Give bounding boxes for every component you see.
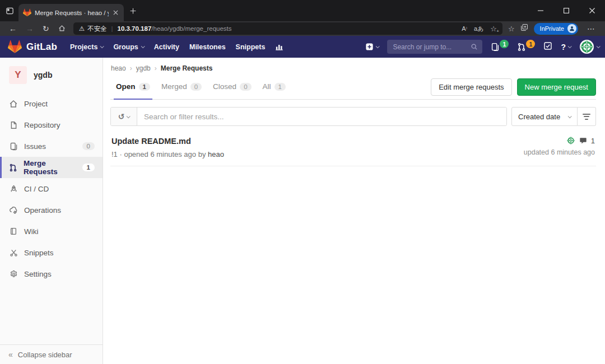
maximize-icon[interactable] bbox=[553, 0, 579, 21]
tab-merged[interactable]: Merged 0 bbox=[156, 74, 207, 99]
translate-icon[interactable]: aあ bbox=[474, 25, 483, 33]
project-context-header[interactable]: Y ygdb bbox=[0, 58, 103, 90]
mr-meta-text: · opened 6 minutes ago by bbox=[119, 150, 206, 158]
comment-count: 1 bbox=[591, 137, 595, 145]
inprivate-badge[interactable]: InPrivate bbox=[534, 23, 578, 35]
sidebar-item-settings[interactable]: Settings bbox=[0, 263, 103, 284]
chevron-down-icon bbox=[127, 114, 131, 118]
assignee-avatar[interactable] bbox=[566, 136, 575, 145]
book-icon bbox=[9, 227, 18, 235]
sidebar-item-wiki[interactable]: Wiki bbox=[0, 221, 103, 242]
inprivate-label: InPrivate bbox=[540, 25, 564, 32]
mr-side-icons: 1 bbox=[524, 136, 595, 145]
tab-closed-count: 0 bbox=[240, 83, 251, 91]
todos-icon[interactable] bbox=[543, 41, 552, 53]
breadcrumb-project[interactable]: ygdb bbox=[136, 64, 151, 72]
address-bar[interactable]: ⚠ 不安全 | 10.3.70.187 /heao/ygdb/merge_req… bbox=[73, 22, 502, 35]
favorites-icon[interactable]: ☆ bbox=[508, 25, 515, 32]
search-icon[interactable] bbox=[471, 43, 478, 50]
project-name: ygdb bbox=[34, 71, 52, 80]
menu-groups[interactable]: Groups bbox=[108, 43, 148, 51]
profile-avatar bbox=[567, 24, 576, 33]
search-input[interactable] bbox=[387, 40, 482, 54]
close-icon[interactable] bbox=[579, 0, 605, 21]
tab-open-count: 1 bbox=[139, 83, 150, 91]
sidebar-item-project[interactable]: Project bbox=[0, 93, 103, 114]
sidebar-item-repository[interactable]: Repository bbox=[0, 114, 103, 136]
tab-all[interactable]: All 1 bbox=[257, 74, 291, 99]
mr-author-link[interactable]: heao bbox=[208, 150, 224, 158]
read-aloud-icon[interactable]: A bbox=[462, 25, 467, 32]
mr-count-badge: 1 bbox=[526, 40, 535, 48]
gitlab-logo[interactable]: GitLab bbox=[8, 40, 57, 54]
menu-milestones[interactable]: Milestones bbox=[184, 43, 231, 51]
sidebar-item-merge-requests[interactable]: Merge Requests 1 bbox=[0, 157, 103, 178]
browser-window: Merge Requests · heao / ygdb · GitLab ← … bbox=[0, 0, 605, 364]
user-menu[interactable] bbox=[579, 39, 599, 54]
new-merge-request-button[interactable]: New merge request bbox=[517, 78, 596, 96]
help-dropdown[interactable]: ? bbox=[561, 43, 571, 52]
collections-icon[interactable] bbox=[520, 24, 528, 34]
toolbar-right: ☆ InPrivate ⋯ bbox=[506, 23, 601, 35]
edit-merge-requests-button[interactable]: Edit merge requests bbox=[431, 78, 511, 96]
chevron-down-icon bbox=[100, 44, 104, 48]
cloud-gear-icon bbox=[9, 206, 18, 214]
minimize-icon[interactable] bbox=[528, 0, 553, 21]
chevron-down-icon bbox=[141, 44, 145, 48]
navbar-merge-requests[interactable]: 1 bbox=[517, 43, 535, 52]
breadcrumb-separator: › bbox=[155, 64, 157, 72]
back-icon[interactable]: ← bbox=[4, 25, 21, 32]
tab-title: Merge Requests · heao / ygdb · GitLab bbox=[35, 10, 109, 16]
history-icon: ↺ bbox=[118, 112, 125, 121]
breadcrumb-group[interactable]: heao bbox=[111, 64, 126, 72]
sidebar-item-snippets[interactable]: Snippets bbox=[0, 242, 103, 263]
tab-close-icon[interactable] bbox=[112, 9, 119, 16]
navbar-search bbox=[387, 40, 482, 54]
add-favorite-icon[interactable]: ☆ bbox=[490, 25, 497, 32]
mr-row-main: Update README.md !1 · opened 6 minutes a… bbox=[111, 136, 224, 158]
mr-title-link[interactable]: Update README.md bbox=[111, 137, 191, 146]
sidebar-item-cicd[interactable]: CI / CD bbox=[0, 178, 103, 199]
issues-icon bbox=[491, 43, 500, 52]
sidebar-item-issues[interactable]: Issues 0 bbox=[0, 136, 103, 157]
gitlab-navbar-right: 1 1 ? bbox=[365, 39, 599, 54]
chart-icon[interactable] bbox=[270, 43, 288, 51]
scissors-icon bbox=[9, 249, 18, 257]
navbar-issues[interactable]: 1 bbox=[491, 43, 509, 52]
tab-merged-count: 0 bbox=[190, 83, 202, 91]
mr-count: 1 bbox=[82, 164, 95, 171]
tab-closed[interactable]: Closed 0 bbox=[207, 74, 257, 99]
filter-search-input[interactable] bbox=[137, 108, 506, 125]
mr-page-actions: Edit merge requests New merge request bbox=[431, 78, 596, 96]
page-body: Y ygdb Project Repository Issues 0 bbox=[0, 58, 605, 364]
collapse-sidebar-button[interactable]: « Collapse sidebar bbox=[0, 344, 103, 364]
forward-icon[interactable]: → bbox=[21, 25, 38, 32]
double-chevron-left-icon: « bbox=[8, 350, 13, 359]
gitlab-brand-text: GitLab bbox=[26, 41, 57, 53]
sort-direction-button[interactable] bbox=[578, 107, 596, 126]
comments-icon[interactable] bbox=[579, 137, 587, 144]
merge-request-row[interactable]: Update README.md !1 · opened 6 minutes a… bbox=[110, 133, 596, 166]
new-dropdown[interactable] bbox=[365, 43, 379, 51]
browser-tab-bar: Merge Requests · heao / ygdb · GitLab bbox=[0, 0, 605, 21]
plus-square-icon bbox=[365, 43, 374, 51]
main-content: heao › ygdb › Merge Requests Open 1 Merg… bbox=[103, 58, 605, 364]
menu-snippets[interactable]: Snippets bbox=[231, 43, 271, 51]
sidebar-item-operations[interactable]: Operations bbox=[0, 199, 103, 221]
refresh-icon[interactable]: ↻ bbox=[38, 25, 54, 32]
sort-dropdown[interactable]: Created date bbox=[511, 107, 578, 126]
breadcrumb-separator: › bbox=[130, 64, 132, 72]
browser-menu-icon[interactable]: ⋯ bbox=[584, 24, 598, 33]
recent-searches-dropdown[interactable]: ↺ bbox=[111, 108, 137, 125]
merge-request-icon bbox=[9, 164, 17, 172]
browser-tab[interactable]: Merge Requests · heao / ygdb · GitLab bbox=[18, 4, 124, 21]
home-icon[interactable] bbox=[54, 25, 70, 33]
gitlab-favicon bbox=[23, 8, 31, 17]
new-tab-icon[interactable] bbox=[129, 7, 137, 15]
menu-projects[interactable]: Projects bbox=[65, 43, 108, 51]
tab-actions-icon[interactable] bbox=[6, 7, 14, 15]
merge-request-icon bbox=[517, 43, 526, 52]
menu-activity[interactable]: Activity bbox=[149, 43, 184, 51]
security-warning[interactable]: ⚠ 不安全 bbox=[79, 25, 107, 33]
tab-open[interactable]: Open 1 bbox=[110, 74, 156, 99]
